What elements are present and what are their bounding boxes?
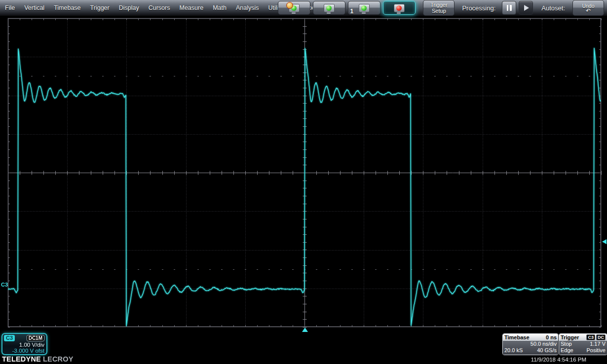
monitor-green-light-icon bbox=[324, 4, 335, 12]
coupling-badge: DC1M bbox=[27, 335, 44, 341]
timebase-delay: 0 ns bbox=[546, 334, 557, 340]
trigger-single-button[interactable]: 1 bbox=[348, 1, 380, 15]
menu-item-display[interactable]: Display bbox=[119, 4, 139, 11]
oscilloscope-screen: C3 File Vertical Timebase Trigger Displa… bbox=[0, 0, 607, 364]
monitor-red-light-icon bbox=[394, 4, 405, 12]
sample-rate-value: 40 GS/s bbox=[537, 347, 557, 354]
monitor-green-light-with-alarm-clock-icon bbox=[289, 4, 300, 12]
volts-per-div-value: 1.00 V/div bbox=[4, 342, 44, 348]
trigger-slope-value: Positive bbox=[586, 347, 606, 354]
menu-item-trigger[interactable]: Trigger bbox=[90, 4, 110, 11]
offset-value: -3.000 V ofst bbox=[4, 348, 44, 354]
trigger-normal-button[interactable] bbox=[313, 1, 345, 15]
datetime-label: 11/9/2018 4:54:16 PM bbox=[531, 357, 586, 363]
trigger-setup-button[interactable]: Trigger Setup bbox=[423, 0, 455, 16]
processing-label: Processing: bbox=[462, 4, 495, 12]
channel-position-label[interactable]: C3 bbox=[1, 282, 8, 288]
channel-badge: C3 bbox=[4, 335, 15, 341]
trigger-auto-button[interactable] bbox=[278, 1, 310, 15]
menu-item-measure[interactable]: Measure bbox=[179, 4, 203, 11]
menu-item-cursors[interactable]: Cursors bbox=[149, 4, 170, 11]
trigger-descriptor-box[interactable]: Trigger C3 DC Stop 1.17 V Edge Positive bbox=[559, 333, 607, 355]
timebase-title: Timebase bbox=[504, 334, 530, 340]
menu-item-analysis[interactable]: Analysis bbox=[236, 4, 259, 11]
undo-arrow-icon: ↶ bbox=[586, 9, 591, 13]
trigger-level-marker-icon[interactable] bbox=[602, 239, 607, 244]
alarm-clock-icon bbox=[286, 2, 293, 9]
menu-item-timebase[interactable]: Timebase bbox=[54, 4, 80, 11]
menu-item-math[interactable]: Math bbox=[213, 4, 227, 11]
pause-button[interactable] bbox=[502, 1, 516, 15]
brand-logo: TELEDYNELECROY bbox=[2, 355, 74, 363]
pause-icon bbox=[507, 5, 512, 11]
trigger-level-value: 1.17 V bbox=[590, 341, 606, 347]
menu-item-vertical[interactable]: Vertical bbox=[24, 4, 44, 11]
undo-button[interactable]: Undo ↶ bbox=[572, 0, 604, 16]
trigger-type-value: Edge bbox=[561, 347, 573, 354]
timebase-descriptor-box[interactable]: Timebase 0 ns 50.0 ns/div 20.0 kS 40 GS/… bbox=[502, 333, 559, 355]
menu-item-file[interactable]: File bbox=[5, 4, 15, 11]
time-per-div-value: 50.0 ns/div bbox=[531, 341, 557, 347]
menu-bar: File Vertical Timebase Trigger Display C… bbox=[0, 4, 319, 11]
play-button[interactable] bbox=[519, 1, 533, 15]
play-icon bbox=[524, 5, 529, 11]
monitor-green-light-icon bbox=[359, 4, 370, 12]
menu-toolbar: File Vertical Timebase Trigger Display C… bbox=[0, 0, 607, 16]
sample-count-value: 20.0 kS bbox=[504, 347, 523, 354]
channel-c3-descriptor-box[interactable]: C3 DC1M 1.00 V/div -3.000 V ofst bbox=[1, 333, 47, 355]
status-bar: C3 DC1M 1.00 V/div -3.000 V ofst TELEDYN… bbox=[0, 331, 607, 364]
trigger-source-badge: C3 bbox=[586, 334, 595, 340]
trigger-mode-value: Stop bbox=[561, 341, 572, 347]
trigger-title: Trigger bbox=[561, 334, 579, 340]
autoset-label: Autoset: bbox=[541, 4, 565, 12]
trigger-stop-button[interactable] bbox=[383, 1, 416, 15]
trigger-coupling-badge: DC bbox=[596, 334, 606, 340]
waveform-display[interactable] bbox=[0, 0, 607, 364]
toolbar: 1 Trigger Setup Processing: Autoset: Und… bbox=[278, 0, 607, 16]
number-1-icon: 1 bbox=[350, 8, 353, 15]
